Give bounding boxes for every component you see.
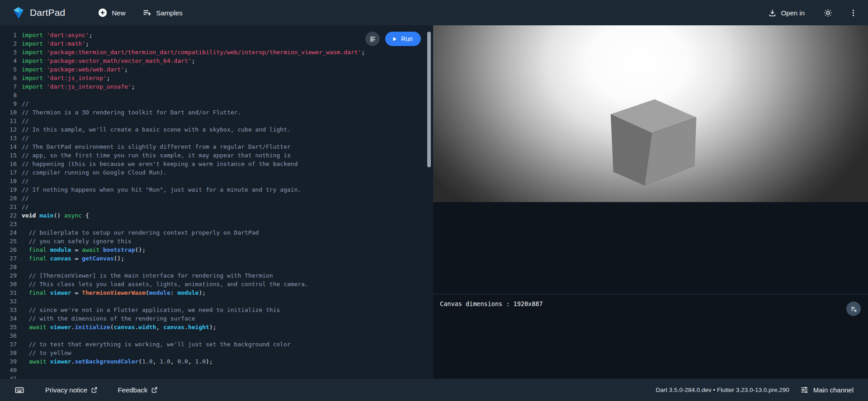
code-line[interactable]: 34 // with the dimensions of the renderi… [0,314,433,323]
overflow-menu-button[interactable] [847,7,859,19]
line-number: 5 [0,65,17,74]
code-line[interactable]: 4import 'package:vector_math/vector_math… [0,57,433,65]
line-number: 22 [0,211,17,220]
code-text: // [17,99,29,108]
open-in-button[interactable]: Open in [764,6,808,20]
kebab-menu-icon [849,9,858,17]
code-line[interactable]: 31 final viewer = ThermionViewerWasm(mod… [0,288,433,297]
code-line[interactable]: 7import 'dart:js_interop_unsafe'; [0,82,433,91]
code-line[interactable]: 30 // This class lets you load assets, l… [0,280,433,288]
code-line[interactable]: 37 // to test that everything is working… [0,340,433,349]
code-line[interactable]: 6import 'dart:js_interop'; [0,74,433,82]
line-number: 18 [0,177,17,185]
code-text: final canvas = getCanvas(); [17,254,124,263]
code-line[interactable]: 32 [0,297,433,306]
run-button[interactable]: Run [385,32,421,46]
code-line[interactable]: 24 // boilerplate to setup our rendering… [0,228,433,237]
code-line[interactable]: 21// [0,203,433,211]
code-line[interactable]: 11// [0,117,433,125]
code-line[interactable]: 18// [0,177,433,185]
code-text: // The DartPad environment is slightly d… [17,142,291,151]
code-text [17,91,22,99]
code-text: await viewer.initialize(canvas.width, ca… [17,323,217,331]
theme-toggle-button[interactable] [822,7,834,19]
channel-selector-button[interactable]: Main channel [800,386,854,394]
code-line[interactable]: 9// [0,99,433,108]
line-number: 17 [0,168,17,177]
dartpad-logo-icon [12,6,25,19]
code-line[interactable]: 13// [0,134,433,142]
code-line[interactable]: 15// app, so the first time you run this… [0,151,433,160]
open-in-new-icon [151,387,158,393]
clear-console-icon [850,305,858,313]
code-line[interactable]: 40 [0,366,433,374]
code-text: // In this sample, we'll create a basic … [17,125,291,134]
code-text [17,374,22,379]
code-text: import 'dart:async'; [17,31,93,39]
code-text [17,263,22,271]
code-text: await viewer.setBackgroundColor(1.0, 1.0… [17,357,213,366]
format-button[interactable] [365,32,380,46]
code-text: // boilerplate to setup our rendering co… [17,228,259,237]
privacy-notice-link[interactable]: Privacy notice [45,386,98,394]
code-line[interactable]: 8 [0,91,433,99]
code-line[interactable]: 12// In this sample, we'll create a basi… [0,125,433,134]
line-number: 9 [0,99,17,108]
code-area[interactable]: 1import 'dart:async';2import 'dart:math'… [0,25,433,379]
code-line[interactable]: 33 // since we're not in a Flutter appli… [0,306,433,314]
code-text: // [17,194,29,203]
code-line[interactable]: 38 // to yellow [0,349,433,357]
new-button[interactable]: New [94,5,129,20]
code-line[interactable]: 27 final canvas = getCanvas(); [0,254,433,263]
code-line[interactable]: 17// compiler running on Google Cloud Ru… [0,168,433,177]
code-text [17,366,22,374]
console-panel: Canvas dimensions : 868x401 [433,294,868,379]
code-text: import 'dart:js_interop'; [17,74,110,82]
play-icon [391,35,398,43]
code-text: final module = await bootstrap(); [17,245,146,254]
code-line[interactable]: 19// If nothing happens when you hit "Ru… [0,185,433,194]
cube-3d [433,25,868,202]
code-text: // happening (this is because we aren't … [17,160,297,168]
feedback-label: Feedback [118,386,147,394]
code-line[interactable]: 5import 'package:web/web.dart'; [0,65,433,74]
line-number: 29 [0,271,17,280]
code-line[interactable]: 14// The DartPad environment is slightly… [0,142,433,151]
code-text: // This class lets you load assets, ligh… [17,280,308,288]
code-line[interactable]: 10// Thermion is a 3D rendering toolkit … [0,108,433,117]
open-in-button-label: Open in [781,9,805,17]
code-text: // to yellow [17,349,71,357]
code-text [17,331,22,340]
feedback-link[interactable]: Feedback [118,386,158,394]
keyboard-shortcuts-button[interactable] [14,384,25,396]
code-line[interactable]: 36 [0,331,433,340]
code-line[interactable]: 22void main() async { [0,211,433,220]
code-line[interactable]: 3import 'package:thermion_dart/thermion_… [0,48,433,57]
code-line[interactable]: 20// [0,194,433,203]
line-number: 23 [0,220,17,228]
code-line[interactable]: 29 // [ThermionViewer] is the main inter… [0,271,433,280]
code-text: import 'package:vector_math/vector_math_… [17,57,195,65]
code-editor[interactable]: 1import 'dart:async';2import 'dart:math'… [0,25,433,379]
code-text: import 'dart:js_interop_unsafe'; [17,82,135,91]
render-canvas[interactable] [433,25,868,202]
line-number: 41 [0,374,17,379]
line-number: 24 [0,228,17,237]
app-bar: DartPad New Samples Open in [0,0,868,25]
line-number: 32 [0,297,17,306]
code-line[interactable]: 39 await viewer.setBackgroundColor(1.0, … [0,357,433,366]
clear-console-button[interactable] [846,302,861,316]
code-text: // [17,203,29,211]
code-text [17,297,22,306]
code-line[interactable]: 41 [0,374,433,379]
code-line[interactable]: 16// happening (this is because we aren'… [0,160,433,168]
samples-button[interactable]: Samples [139,5,186,20]
code-text: // Thermion is a 3D rendering toolkit fo… [17,108,241,117]
samples-button-label: Samples [156,9,182,17]
code-line[interactable]: 28 [0,263,433,271]
editor-scrollbar[interactable] [427,32,431,167]
code-line[interactable]: 23 [0,220,433,228]
code-line[interactable]: 25 // you can safely ignore this [0,237,433,245]
code-line[interactable]: 35 await viewer.initialize(canvas.width,… [0,323,433,331]
code-line[interactable]: 26 final module = await bootstrap(); [0,245,433,254]
